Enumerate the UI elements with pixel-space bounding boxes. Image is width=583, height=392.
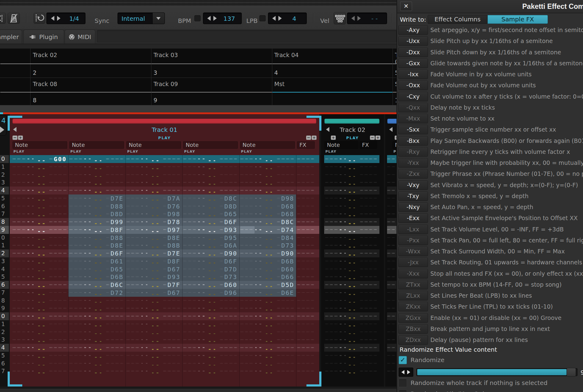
spinner-decrement-icon[interactable] (401, 370, 404, 374)
pattern-row[interactable] (321, 226, 384, 234)
bpm-decrement-icon[interactable] (207, 16, 211, 21)
pattern-row[interactable] (10, 367, 319, 375)
write-to-sample-fx-button[interactable]: Sample FX (487, 15, 548, 24)
pattern-row[interactable] (321, 336, 384, 344)
pattern-row[interactable]: D99D78D6FD8C (10, 218, 319, 226)
quantize-stepper[interactable]: 1/4 (46, 13, 85, 24)
scope-cell[interactable]: Track 088 (30, 78, 151, 105)
pattern-row[interactable] (321, 171, 384, 179)
bpm-increment-icon[interactable] (213, 16, 217, 21)
pattern-row[interactable] (385, 249, 397, 257)
scope-cell[interactable]: S110 (393, 78, 397, 105)
pattern-row[interactable] (321, 344, 384, 352)
effect-command-button[interactable]: -Bxx (398, 136, 428, 146)
pattern-row[interactable] (321, 249, 384, 257)
vel-keypad-button[interactable] (334, 12, 346, 24)
sequencer-slot[interactable]: 4 (0, 115, 6, 136)
bpm-value[interactable]: 137 (220, 15, 238, 22)
pattern-row[interactable]: D65D67D7DD60 (10, 265, 319, 273)
write-to-effect-columns-button[interactable]: Effect Columns (428, 15, 487, 24)
add-column-button[interactable]: + (375, 136, 380, 140)
effect-command-button[interactable]: -Lxx (398, 225, 428, 234)
pattern-row[interactable] (385, 202, 397, 210)
pattern-row[interactable] (321, 187, 384, 194)
effect-command-button[interactable]: -Vxy (398, 180, 428, 190)
pattern-row[interactable] (10, 187, 319, 194)
track-play-state[interactable]: PLAY (10, 136, 319, 140)
edit-step-button[interactable] (0, 13, 6, 24)
quantize-increment-icon[interactable] (57, 16, 60, 21)
remove-column-button[interactable]: − (306, 136, 311, 140)
effect-command-button[interactable]: ZGxx (398, 313, 428, 323)
lpb-increment-icon[interactable] (278, 16, 282, 21)
pattern-row[interactable] (385, 360, 397, 368)
tab-plugin[interactable]: Plugin (24, 30, 64, 44)
track-name[interactable]: Track 03 (385, 126, 397, 133)
pattern-row[interactable] (385, 289, 397, 297)
effect-command-button[interactable]: -Oxx (398, 81, 428, 90)
pattern-row[interactable] (321, 360, 384, 368)
note-column-header[interactable]: Note (13, 141, 67, 149)
note-column-header[interactable]: Note (69, 141, 124, 149)
pattern-row[interactable] (321, 281, 384, 289)
note-column-header[interactable]: Note (393, 141, 397, 149)
effect-command-button[interactable]: -Dxx (398, 48, 428, 57)
pattern-row[interactable] (385, 226, 397, 234)
pattern-row[interactable] (321, 312, 384, 320)
pattern-row[interactable] (10, 352, 319, 360)
note-column-header[interactable]: Note (126, 141, 181, 149)
vel-stepper[interactable]: - - (347, 13, 387, 24)
sync-dropdown[interactable]: Internal (118, 13, 165, 24)
effect-command-button[interactable]: -Txy (398, 191, 428, 201)
pattern-row[interactable]: D8FD97D93D74 (10, 226, 319, 234)
pattern-row[interactable]: D88D8ED95D84 (10, 234, 319, 242)
pattern-row[interactable] (321, 273, 384, 281)
fx-column-header[interactable]: FX (297, 141, 315, 149)
bpm-stepper[interactable]: 137 (203, 13, 242, 24)
add-column-button[interactable]: + (331, 136, 336, 140)
pattern-row[interactable] (321, 218, 384, 226)
effect-command-button[interactable]: -Ixx (398, 70, 428, 79)
close-button[interactable]: ✕ (400, 2, 412, 11)
pattern-row[interactable] (385, 155, 397, 163)
note-column-header[interactable]: Note (324, 141, 358, 149)
pattern-row[interactable]: D72D67D96D6E (10, 289, 319, 297)
effect-command-button[interactable]: -Rxy (398, 147, 428, 157)
effect-command-button[interactable]: ZDxx (398, 335, 428, 345)
pattern-row[interactable] (385, 241, 397, 249)
pattern-row[interactable]: G00 (10, 155, 319, 163)
pattern-track-03[interactable]: Track 03PLAY+NotePLAY (385, 114, 397, 387)
pattern-row[interactable]: D6FD7ED90D90 (10, 249, 319, 257)
vel-value[interactable]: - - (365, 15, 384, 22)
pattern-row[interactable] (321, 202, 384, 210)
scope-cell[interactable]: Track 044 (272, 49, 393, 78)
pattern-row[interactable] (385, 367, 397, 375)
effect-command-button[interactable]: -Jxx (398, 258, 428, 267)
effect-command-button[interactable]: -Zxx (398, 169, 428, 179)
effect-command-button[interactable]: -Pxx (398, 236, 428, 245)
effect-command-button[interactable]: -Gxx (398, 59, 428, 68)
scope-cell[interactable]: Track 033 (151, 49, 272, 78)
pattern-row[interactable] (10, 344, 319, 352)
pattern-row[interactable] (385, 336, 397, 344)
pattern-row[interactable]: D8ED8BD6AD73 (10, 241, 319, 249)
pattern-row[interactable] (385, 265, 397, 273)
pattern-row[interactable] (385, 304, 397, 312)
pattern-row[interactable] (321, 320, 384, 328)
track-color-bar[interactable] (387, 119, 397, 124)
effect-command-button[interactable]: -Nxy (398, 202, 428, 212)
remove-column-button[interactable]: − (370, 136, 375, 140)
pattern-row[interactable] (321, 265, 384, 273)
pattern-row[interactable] (321, 163, 384, 171)
effect-command-button[interactable]: ZKxx (398, 302, 428, 311)
track-color-bar[interactable] (324, 119, 379, 124)
sync-dropdown-button[interactable] (152, 13, 165, 24)
pattern-row[interactable] (321, 352, 384, 360)
pattern-row[interactable] (10, 312, 319, 320)
pattern-row[interactable] (385, 281, 397, 289)
pattern-track-01[interactable]: Track 01PLAY−+−+NoteNoteNoteNoteNoteFXPL… (10, 114, 319, 387)
pattern-row[interactable] (321, 304, 384, 312)
bpm-checkbox[interactable] (194, 15, 201, 21)
pattern-row[interactable] (385, 352, 397, 360)
randomize-slider[interactable] (416, 368, 578, 376)
